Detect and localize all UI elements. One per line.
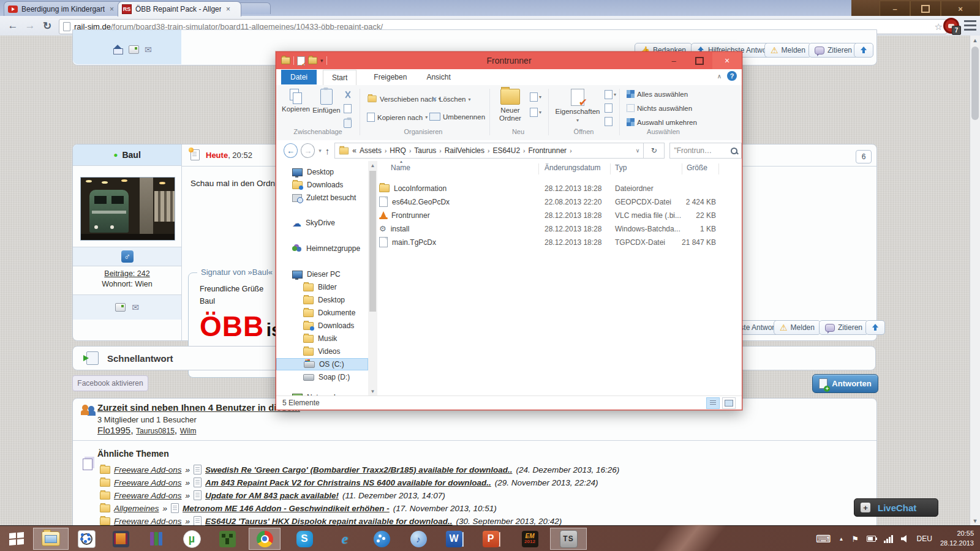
crumb-assets[interactable]: Assets — [360, 146, 382, 155]
address-dropdown-icon[interactable]: ∨ — [636, 148, 640, 154]
network-signal-icon[interactable] — [884, 535, 893, 543]
easy-access-icon[interactable] — [530, 108, 538, 117]
taskbar-word[interactable]: W — [440, 528, 468, 550]
taskbar-blue-dots-app[interactable] — [368, 528, 396, 550]
browser-tab-railsim[interactable]: RS ÖBB Repaint Pack - Allger × — [118, 1, 241, 17]
page-scrollbar[interactable]: ▲ ▼ — [970, 36, 980, 525]
taskbar-minecraft[interactable] — [213, 528, 241, 550]
tab-close-icon[interactable]: × — [110, 5, 114, 13]
chrome-menu-icon[interactable] — [964, 20, 976, 31]
file-row-install[interactable]: ⚙install 28.12.2013 18:28 Windows-Batchd… — [276, 222, 729, 235]
nav-soap-d[interactable]: Soap (D:) — [276, 371, 368, 383]
crumb-taurus[interactable]: Taurus — [414, 146, 436, 155]
board-link[interactable]: Freeware Add-ons — [114, 491, 182, 500]
nav-bilder[interactable]: Bilder — [276, 281, 368, 293]
file-row-locoinformation[interactable]: LocoInformation 28.12.2013 18:28 Dateior… — [276, 182, 729, 195]
melden-button-bottom[interactable]: ⚠ Melden — [774, 320, 821, 335]
auswahl-umkehren-button[interactable]: Auswahl umkehren — [627, 118, 697, 126]
loeschen-button[interactable]: × Löschen ▾ — [432, 95, 471, 103]
new-tab-button[interactable] — [236, 2, 271, 14]
battery-icon[interactable] — [867, 536, 876, 542]
history-dropdown-icon[interactable]: ▾ — [318, 148, 322, 154]
topic-link[interactable]: Update for AM 843 pack available! — [205, 491, 339, 500]
topic-link[interactable]: Swedish Re 'Green Cargo' (Bombardier Tra… — [205, 465, 512, 474]
crumb-es64u2[interactable]: ES64U2 — [492, 146, 520, 155]
topic-link[interactable]: Metronom ME 146 Addon - Geschwindikeit e… — [183, 504, 390, 513]
taskbar-geogebra[interactable] — [72, 528, 100, 550]
column-header-date[interactable]: Änderungsdatum — [545, 163, 600, 172]
livechat-button[interactable]: + LiveChat — [854, 498, 938, 517]
file-row-frontrunner[interactable]: Frontrunner 28.12.2013 18:28 VLC media f… — [276, 209, 729, 222]
crumb-railvehicles[interactable]: RailVehicles — [445, 146, 484, 155]
explorer-titlebar[interactable]: ▾ Frontrunner – × — [276, 52, 742, 69]
paste-shortcut-icon[interactable] — [344, 119, 352, 128]
topic-link[interactable]: Am 843 Repaint Pack V2 for Christrains N… — [205, 478, 491, 487]
ribbon-einfuegen-button[interactable]: Einfügen — [312, 89, 341, 114]
taskbar-train-simulator[interactable]: TS — [550, 528, 587, 550]
cut-icon[interactable] — [344, 91, 352, 99]
taskbar-movie-maker[interactable] — [105, 528, 136, 550]
taskbar-file-explorer[interactable] — [33, 528, 69, 550]
users-heading-link[interactable]: Zurzeit sind neben Ihnen 4 Benutzer in d… — [97, 402, 300, 413]
nav-dokumente[interactable]: Dokumente — [276, 307, 368, 319]
taskbar-itunes[interactable]: ♪ — [404, 528, 432, 550]
post-number-badge[interactable]: 6 — [856, 150, 872, 163]
history-icon[interactable] — [605, 117, 612, 126]
explorer-close-button[interactable]: × — [712, 52, 742, 69]
menu-start[interactable]: Start — [323, 70, 356, 85]
user-link-flo1995[interactable]: Flo1995 — [97, 425, 130, 435]
zitieren-button-bottom[interactable]: Zitieren — [819, 320, 869, 335]
alles-auswaehlen-button[interactable]: Alles auswählen — [627, 90, 688, 98]
nav-musik[interactable]: Musik — [276, 332, 368, 345]
language-indicator[interactable]: DEU — [917, 534, 932, 543]
taskbar-internet-explorer[interactable]: e — [331, 528, 359, 550]
column-header-size[interactable]: Größe — [687, 163, 707, 172]
menu-freigeben[interactable]: Freigeben — [365, 70, 415, 84]
hidden-icons-arrow[interactable]: ▲ — [839, 536, 844, 542]
bookmark-star-icon[interactable]: ☆ — [935, 21, 943, 32]
thumbnail-view-button[interactable] — [722, 397, 736, 409]
open-icon[interactable] — [605, 90, 612, 99]
nav-desktop[interactable]: Desktop — [276, 166, 368, 178]
breadcrumb-bar[interactable]: « Assets › HRQ › Taurus › RailVehicles ›… — [334, 143, 644, 159]
start-button[interactable] — [2, 528, 31, 550]
scroll-top-button-2[interactable] — [865, 320, 885, 335]
copy-path-icon[interactable] — [344, 104, 352, 113]
crumb-overflow[interactable]: « — [352, 146, 356, 155]
edit-icon[interactable] — [605, 103, 612, 113]
taskbar-skype[interactable]: S — [290, 528, 318, 550]
taskbar-em2012[interactable]: EM 2012 — [514, 528, 545, 550]
refresh-button[interactable]: ↻ — [644, 143, 665, 159]
user-avatar[interactable] — [80, 177, 175, 241]
melden-button-top[interactable]: ⚠ Melden — [764, 43, 812, 58]
menu-datei[interactable]: Datei — [281, 70, 317, 84]
tab-close-icon[interactable]: × — [226, 5, 230, 13]
browser-tab-youtube[interactable]: Beerdigung im Kindergart × — [4, 1, 124, 17]
board-link[interactable]: Freeware Add-ons — [114, 465, 182, 474]
file-row-es64u2-geopcdx[interactable]: es64u2.GeoPcDx 22.08.2013 22:20 GEOPCDX-… — [276, 195, 729, 208]
explorer-maximize-button[interactable] — [687, 52, 712, 69]
neuer-ordner-button[interactable]: Neuer Ordner — [494, 89, 526, 122]
crumb-hrq[interactable]: HRQ — [390, 146, 406, 155]
nav-os-c[interactable]: OS (C:) — [276, 358, 368, 370]
volume-icon[interactable] — [901, 535, 909, 543]
column-header-type[interactable]: Typ — [615, 163, 627, 172]
kopieren-nach-button[interactable]: Kopieren nach ▾ — [367, 113, 428, 122]
scrollbar-up-arrow[interactable]: ▲ — [368, 161, 377, 170]
taskbar-powerpoint[interactable]: P — [477, 528, 505, 550]
explorer-back-button[interactable]: ← — [284, 143, 298, 158]
verschieben-nach-button[interactable]: Verschieben nach ▾ — [367, 95, 440, 103]
taskbar-utorrent[interactable]: µ — [178, 528, 206, 550]
nav-dieser-pc[interactable]: Dieser PC — [276, 268, 368, 280]
beitraege-link[interactable]: Beiträge: 242 — [73, 269, 181, 278]
scroll-top-button-1[interactable] — [854, 43, 873, 58]
details-view-button[interactable] — [706, 397, 720, 409]
new-item-icon[interactable] — [530, 92, 538, 102]
menu-ansicht[interactable]: Ansicht — [418, 70, 459, 84]
eigenschaften-button[interactable]: Eigenschaften ▾ — [553, 89, 602, 124]
homepage-icon[interactable] — [113, 48, 123, 54]
touch-keyboard-icon[interactable]: ⌨ — [816, 534, 831, 544]
scrollbar-down-arrow[interactable]: ▼ — [970, 516, 980, 525]
facebook-activate-button[interactable]: Facebook aktivieren — [72, 375, 148, 391]
explorer-minimize-button[interactable]: – — [661, 52, 687, 69]
